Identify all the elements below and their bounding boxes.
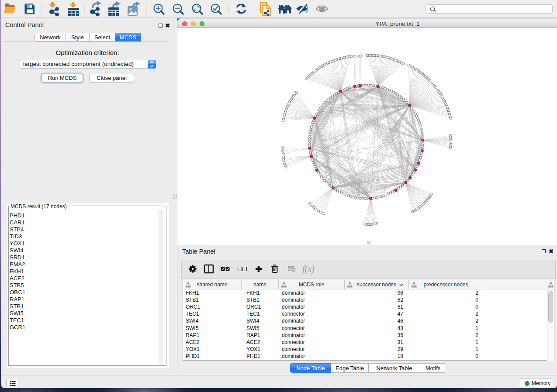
svg-text:f(x): f(x) <box>302 264 315 274</box>
